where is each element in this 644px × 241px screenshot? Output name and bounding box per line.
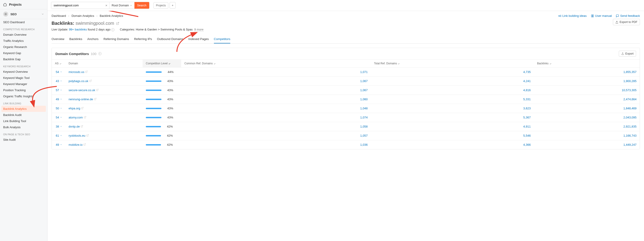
sidebar-item-keyword-magic-tool[interactable]: Keyword Magic Tool (0, 75, 47, 81)
backlinks-value[interactable]: 1,166,743 (623, 134, 636, 137)
tab-competitors[interactable]: Competitors (214, 35, 230, 44)
tab-anchors[interactable]: Anchors (87, 35, 98, 44)
as-value[interactable]: 38 (56, 125, 62, 128)
common-ref-value[interactable]: 1,060 (360, 98, 368, 101)
common-ref-value[interactable]: 1,036 (360, 143, 368, 146)
domain-link[interactable]: nennung-online.de (68, 98, 93, 101)
scope-select[interactable]: Root Domain (109, 2, 134, 9)
common-ref-value[interactable]: 1,074 (360, 116, 368, 119)
backlinks-value[interactable]: 2,474,664 (623, 98, 636, 101)
external-link-icon[interactable] (80, 125, 83, 128)
export-button[interactable]: Export (619, 51, 636, 57)
sidebar-item-keyword-gap[interactable]: Keyword Gap (0, 50, 47, 56)
col-total-ref[interactable]: Total Ref. Domains (371, 60, 534, 68)
col-common-ref[interactable]: Common Ref. Domains (181, 60, 371, 68)
sidebar-item-traffic-analytics[interactable]: Traffic Analytics (0, 38, 47, 44)
external-link-icon[interactable] (84, 116, 86, 119)
total-ref-value[interactable]: 4,241 (523, 79, 531, 83)
domain-link[interactable]: polybags.co.uk (68, 79, 88, 83)
as-value[interactable]: 57 (56, 88, 62, 92)
export-pdf-button[interactable]: Export to PDF (613, 19, 640, 25)
backlinks-value[interactable]: 2,921,835 (623, 125, 636, 128)
common-ref-value[interactable]: 1,067 (360, 88, 368, 92)
common-ref-value[interactable]: 1,048 (360, 107, 368, 110)
backlinks-value[interactable]: 1,848,469 (623, 107, 636, 110)
sidebar-item-position-tracking[interactable]: Position Tracking (0, 87, 47, 93)
as-value[interactable]: 43 (56, 79, 62, 83)
external-link-icon[interactable] (85, 70, 88, 74)
sidebar-item-seo-dashboard[interactable]: SEO Dashboard (0, 19, 47, 25)
breadcrumb-item[interactable]: Dashboard (52, 14, 66, 18)
external-link-icon[interactable] (94, 98, 96, 101)
as-value[interactable]: 50 (56, 107, 62, 110)
tab-overview[interactable]: Overview (52, 35, 64, 44)
sidebar-seo-section[interactable]: SEO (0, 9, 47, 19)
sidebar-item-site-audit[interactable]: Site Audit (0, 137, 47, 143)
sidebar-item-bulk-analysis[interactable]: Bulk Analysis (0, 124, 47, 130)
as-value[interactable]: 61 (56, 134, 62, 137)
domain-link[interactable]: ryobitools.eu (68, 134, 86, 137)
external-link-icon[interactable] (83, 143, 86, 146)
projects-chip[interactable]: Projects (154, 2, 168, 9)
sidebar-projects-header[interactable]: Projects (0, 0, 47, 9)
sidebar-item-backlink-audit[interactable]: Backlink Audit (0, 112, 47, 118)
info-icon[interactable]: i (111, 28, 114, 31)
external-link-icon[interactable] (89, 79, 92, 83)
domain-link[interactable]: mobilize.io (68, 143, 82, 146)
external-link-icon[interactable] (86, 134, 89, 137)
domain-link[interactable]: secure-secure.co.uk (68, 88, 95, 92)
domain-link[interactable]: ehpa.org (68, 107, 80, 110)
breadcrumb-item[interactable]: Domain Analytics (72, 14, 94, 18)
total-ref-value[interactable]: 4,911 (523, 125, 531, 128)
external-link-icon[interactable] (96, 88, 98, 92)
categories-more[interactable]: 9 more (194, 28, 203, 31)
search-button[interactable]: Search (134, 2, 149, 9)
col-backlinks[interactable]: Backlinks (534, 60, 640, 68)
tab-backlinks[interactable]: Backlinks (69, 35, 82, 44)
sidebar-item-domain-overview[interactable]: Domain Overview (0, 32, 47, 38)
col-competition-level[interactable]: Competition Level (142, 60, 181, 68)
sidebar-item-link-building-tool[interactable]: Link Building Tool (0, 118, 47, 124)
common-ref-value[interactable]: 1,067 (360, 79, 368, 83)
common-ref-value[interactable]: 1,058 (360, 125, 368, 128)
external-link-icon[interactable] (116, 22, 119, 25)
col-domain[interactable]: Domain (66, 60, 142, 68)
search-clear-button[interactable]: × (104, 4, 109, 7)
sidebar-item-keyword-overview[interactable]: Keyword Overview (0, 69, 47, 75)
domain-link[interactable]: atomy.com (68, 116, 83, 119)
total-ref-value[interactable]: 5,367 (523, 116, 531, 119)
backlinks-value[interactable]: 1,855,357 (623, 70, 636, 74)
common-ref-value[interactable]: 1,071 (360, 70, 368, 74)
sidebar-item-backlink-analytics[interactable]: Backlink Analytics (1, 106, 46, 112)
total-ref-value[interactable]: 4,816 (523, 88, 531, 92)
sidebar-item-organic-traffic-insights[interactable]: Organic Traffic Insights (0, 93, 47, 99)
external-link-icon[interactable] (81, 107, 84, 110)
total-ref-value[interactable]: 4,735 (523, 70, 531, 74)
total-ref-value[interactable]: 5,331 (523, 98, 531, 101)
as-value[interactable]: 54 (56, 116, 62, 119)
sidebar-item-keyword-manager[interactable]: Keyword Manager (0, 81, 47, 87)
info-icon[interactable]: i (98, 52, 102, 55)
tab-referring-ips[interactable]: Referring IPs (134, 35, 152, 44)
search-input[interactable] (51, 2, 104, 9)
send-feedback[interactable]: Send feedback (616, 14, 640, 18)
as-value[interactable]: 54 (56, 70, 62, 74)
total-ref-value[interactable]: 3,623 (523, 107, 531, 110)
domain-link[interactable]: dvnlp.de (68, 125, 80, 128)
backlinks-value[interactable]: 2,043,095 (623, 116, 636, 119)
add-project-button[interactable]: + (170, 2, 176, 9)
link-building-ideas[interactable]: Link building ideas (558, 14, 587, 18)
live-update-link[interactable]: 99+ backlinks (69, 28, 87, 31)
backlinks-value[interactable]: 10,573,305 (622, 88, 636, 92)
user-manual[interactable]: User manual (591, 14, 612, 18)
total-ref-value[interactable]: 5,546 (523, 134, 531, 137)
sidebar-item-backlink-gap[interactable]: Backlink Gap (0, 56, 47, 62)
as-value[interactable]: 49 (56, 143, 62, 146)
common-ref-value[interactable]: 1,057 (360, 134, 368, 137)
tab-outbound-domains[interactable]: Outbound Domains (157, 35, 183, 44)
domain-link[interactable]: microsdc.us (68, 70, 84, 74)
sidebar-item-organic-research[interactable]: Organic Research (0, 44, 47, 50)
as-value[interactable]: 49 (56, 98, 62, 101)
col-as[interactable]: AS (52, 60, 66, 68)
tab-indexed-pages[interactable]: Indexed Pages (188, 35, 209, 44)
